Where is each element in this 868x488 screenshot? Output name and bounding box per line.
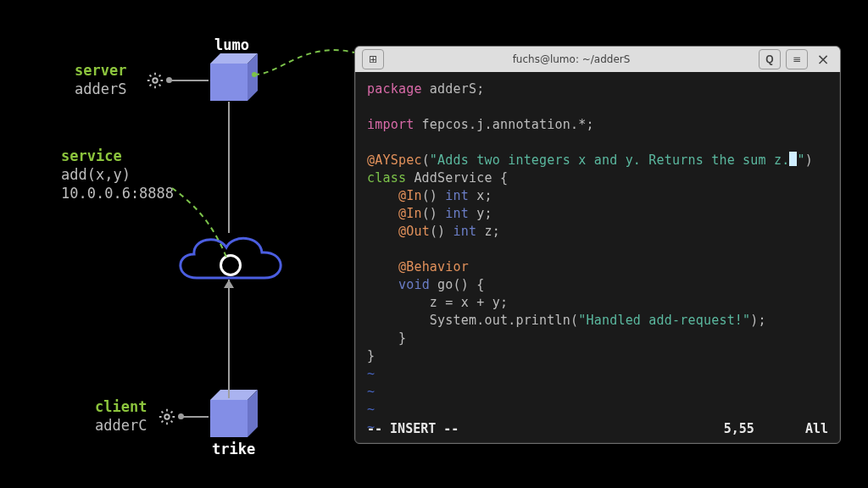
class-name: AddService <box>406 170 500 186</box>
client-header: client <box>95 397 147 416</box>
var-x: x; <box>469 188 492 203</box>
var-y: y; <box>469 206 492 221</box>
vim-scroll: All <box>805 421 828 436</box>
indent <box>367 313 430 328</box>
stmt-assign: z = x + y; <box>430 295 508 310</box>
code-line: void go() { <box>367 276 828 294</box>
type-int: int <box>437 188 469 203</box>
search-icon: Q <box>765 53 773 65</box>
type-int: int <box>437 206 469 221</box>
str-end: " <box>797 152 804 168</box>
kw-import: import <box>367 117 414 132</box>
code-line: @In() int y; <box>367 205 828 223</box>
paren: ( <box>422 152 430 168</box>
ann-out: @Out <box>398 224 430 239</box>
code-line: @In() int x; <box>367 187 828 205</box>
stmt-println: System.out.println( <box>430 313 578 328</box>
brace: } <box>367 348 375 363</box>
method-go: go() { <box>430 277 485 292</box>
paren: ) <box>805 152 813 168</box>
vim-tilde: ~ <box>367 365 828 383</box>
ayspec-string: "Adds two integers x and y. Returns the … <box>430 152 790 168</box>
menu-button[interactable]: ≡ <box>786 49 808 69</box>
ann-in: @In <box>398 206 422 221</box>
code-line: } <box>367 330 828 347</box>
type-int: int <box>445 224 476 239</box>
paren: () <box>430 224 445 239</box>
var-z: z; <box>476 224 500 239</box>
svg-point-1 <box>164 414 170 419</box>
svg-point-2 <box>252 72 257 77</box>
indent <box>367 295 430 310</box>
indent <box>367 224 398 239</box>
new-tab-button[interactable]: ⊞ <box>362 49 384 69</box>
window-titlebar: ⊞ fuchs@lumo: ~/adderS Q ≡ × <box>355 47 840 72</box>
kw-package: package <box>367 81 422 97</box>
indent <box>367 259 398 274</box>
vim-tilde: ~ <box>367 401 828 419</box>
gear-icon-client <box>158 408 176 426</box>
indent <box>367 206 398 221</box>
indent <box>367 330 398 346</box>
code-line: @Out() int z; <box>367 223 828 241</box>
menu-icon: ≡ <box>793 53 801 65</box>
type-void: void <box>398 277 430 292</box>
search-button[interactable]: Q <box>759 49 781 69</box>
semi: ; <box>586 117 593 132</box>
cube-node-bottom <box>210 400 248 437</box>
pkg-name: adderS <box>422 81 477 97</box>
client-name: adderC <box>95 416 147 435</box>
terminal-body[interactable]: package adderS; import fepcos.j.annotati… <box>355 72 840 436</box>
close-icon: × <box>816 50 829 68</box>
vim-tilde: ~ <box>367 383 828 401</box>
import-path: fepcos.j.annotation.* <box>414 117 586 132</box>
paren: () <box>422 206 437 221</box>
vim-mode: -- INSERT -- <box>367 421 459 436</box>
stub-line-bottom <box>180 416 209 418</box>
node-label-trike: trike <box>212 441 255 458</box>
brace: { <box>500 170 508 186</box>
paren: () <box>422 188 437 203</box>
code-blank <box>367 98 828 116</box>
code-line: @AYSpec("Adds two integers x and y. Retu… <box>367 152 828 169</box>
brace: } <box>398 330 406 346</box>
indent <box>367 277 398 292</box>
new-tab-icon: ⊞ <box>369 53 377 65</box>
window-title: fuchs@lumo: ~/adderS <box>384 53 759 65</box>
code-line: import fepcos.j.annotation.*; <box>367 116 828 134</box>
close-button[interactable]: × <box>813 49 833 68</box>
paren: ); <box>750 313 765 328</box>
semi: ; <box>476 81 484 97</box>
code-line: } <box>367 347 828 365</box>
indent <box>367 188 398 203</box>
vim-status-line: -- INSERT -- 5,55 All <box>367 421 828 436</box>
ann-ayspec: @AYSpec <box>367 152 422 168</box>
code-line: @Behavior <box>367 258 828 276</box>
terminal-window: ⊞ fuchs@lumo: ~/adderS Q ≡ × package add… <box>354 46 841 444</box>
stub-dot-bottom <box>178 413 184 419</box>
code-line: System.out.println("Handled add-request!… <box>367 312 828 330</box>
code-line: z = x + y; <box>367 294 828 312</box>
code-blank <box>367 241 828 258</box>
code-line: package adderS; <box>367 80 828 98</box>
kw-class: class <box>367 170 406 186</box>
ann-in: @In <box>398 188 422 203</box>
code-line: class AddService { <box>367 169 828 187</box>
code-blank <box>367 134 828 152</box>
vim-position: 5,55 <box>724 421 754 436</box>
println-string: "Handled add-request!" <box>578 313 750 328</box>
client-label: client adderC <box>95 397 147 435</box>
ann-behavior: @Behavior <box>398 259 469 274</box>
